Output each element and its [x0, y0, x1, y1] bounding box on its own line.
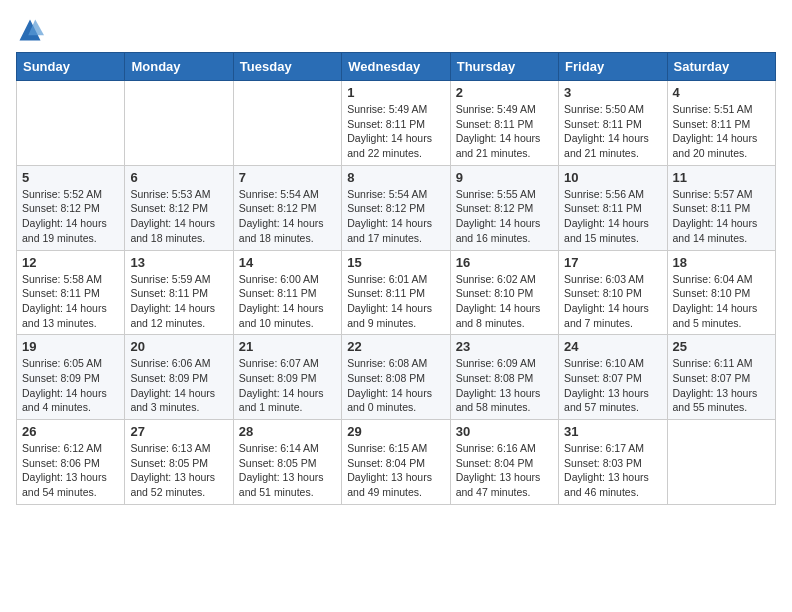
calendar-week-row: 1Sunrise: 5:49 AM Sunset: 8:11 PM Daylig…: [17, 81, 776, 166]
day-info: Sunrise: 6:01 AM Sunset: 8:11 PM Dayligh…: [347, 272, 444, 331]
day-number: 26: [22, 424, 119, 439]
calendar-cell: 25Sunrise: 6:11 AM Sunset: 8:07 PM Dayli…: [667, 335, 775, 420]
weekday-header: Thursday: [450, 53, 558, 81]
calendar-week-row: 19Sunrise: 6:05 AM Sunset: 8:09 PM Dayli…: [17, 335, 776, 420]
day-info: Sunrise: 6:05 AM Sunset: 8:09 PM Dayligh…: [22, 356, 119, 415]
calendar-cell: [125, 81, 233, 166]
day-number: 29: [347, 424, 444, 439]
calendar-cell: 11Sunrise: 5:57 AM Sunset: 8:11 PM Dayli…: [667, 165, 775, 250]
day-info: Sunrise: 6:17 AM Sunset: 8:03 PM Dayligh…: [564, 441, 661, 500]
day-info: Sunrise: 5:49 AM Sunset: 8:11 PM Dayligh…: [347, 102, 444, 161]
calendar-cell: 15Sunrise: 6:01 AM Sunset: 8:11 PM Dayli…: [342, 250, 450, 335]
calendar-cell: 28Sunrise: 6:14 AM Sunset: 8:05 PM Dayli…: [233, 420, 341, 505]
day-number: 31: [564, 424, 661, 439]
day-info: Sunrise: 5:50 AM Sunset: 8:11 PM Dayligh…: [564, 102, 661, 161]
day-info: Sunrise: 5:53 AM Sunset: 8:12 PM Dayligh…: [130, 187, 227, 246]
calendar-cell: 9Sunrise: 5:55 AM Sunset: 8:12 PM Daylig…: [450, 165, 558, 250]
day-number: 8: [347, 170, 444, 185]
logo: [16, 16, 48, 44]
day-number: 24: [564, 339, 661, 354]
calendar-cell: 5Sunrise: 5:52 AM Sunset: 8:12 PM Daylig…: [17, 165, 125, 250]
day-info: Sunrise: 5:52 AM Sunset: 8:12 PM Dayligh…: [22, 187, 119, 246]
day-number: 28: [239, 424, 336, 439]
calendar-cell: 23Sunrise: 6:09 AM Sunset: 8:08 PM Dayli…: [450, 335, 558, 420]
calendar-cell: 1Sunrise: 5:49 AM Sunset: 8:11 PM Daylig…: [342, 81, 450, 166]
calendar-cell: 31Sunrise: 6:17 AM Sunset: 8:03 PM Dayli…: [559, 420, 667, 505]
day-number: 9: [456, 170, 553, 185]
logo-icon: [16, 16, 44, 44]
day-number: 18: [673, 255, 770, 270]
day-info: Sunrise: 6:14 AM Sunset: 8:05 PM Dayligh…: [239, 441, 336, 500]
day-info: Sunrise: 5:57 AM Sunset: 8:11 PM Dayligh…: [673, 187, 770, 246]
calendar-cell: 19Sunrise: 6:05 AM Sunset: 8:09 PM Dayli…: [17, 335, 125, 420]
day-info: Sunrise: 5:59 AM Sunset: 8:11 PM Dayligh…: [130, 272, 227, 331]
calendar-cell: 17Sunrise: 6:03 AM Sunset: 8:10 PM Dayli…: [559, 250, 667, 335]
calendar-cell: 27Sunrise: 6:13 AM Sunset: 8:05 PM Dayli…: [125, 420, 233, 505]
day-info: Sunrise: 6:13 AM Sunset: 8:05 PM Dayligh…: [130, 441, 227, 500]
calendar-cell: 3Sunrise: 5:50 AM Sunset: 8:11 PM Daylig…: [559, 81, 667, 166]
day-number: 6: [130, 170, 227, 185]
calendar-cell: 2Sunrise: 5:49 AM Sunset: 8:11 PM Daylig…: [450, 81, 558, 166]
weekday-header: Monday: [125, 53, 233, 81]
calendar-cell: 24Sunrise: 6:10 AM Sunset: 8:07 PM Dayli…: [559, 335, 667, 420]
calendar-body: 1Sunrise: 5:49 AM Sunset: 8:11 PM Daylig…: [17, 81, 776, 505]
calendar-week-row: 5Sunrise: 5:52 AM Sunset: 8:12 PM Daylig…: [17, 165, 776, 250]
day-info: Sunrise: 6:16 AM Sunset: 8:04 PM Dayligh…: [456, 441, 553, 500]
calendar-week-row: 12Sunrise: 5:58 AM Sunset: 8:11 PM Dayli…: [17, 250, 776, 335]
day-info: Sunrise: 5:58 AM Sunset: 8:11 PM Dayligh…: [22, 272, 119, 331]
day-number: 21: [239, 339, 336, 354]
weekday-header: Tuesday: [233, 53, 341, 81]
calendar-cell: 10Sunrise: 5:56 AM Sunset: 8:11 PM Dayli…: [559, 165, 667, 250]
day-info: Sunrise: 6:10 AM Sunset: 8:07 PM Dayligh…: [564, 356, 661, 415]
day-number: 5: [22, 170, 119, 185]
day-info: Sunrise: 5:51 AM Sunset: 8:11 PM Dayligh…: [673, 102, 770, 161]
weekday-header: Sunday: [17, 53, 125, 81]
calendar-cell: 20Sunrise: 6:06 AM Sunset: 8:09 PM Dayli…: [125, 335, 233, 420]
calendar-cell: 8Sunrise: 5:54 AM Sunset: 8:12 PM Daylig…: [342, 165, 450, 250]
day-info: Sunrise: 6:11 AM Sunset: 8:07 PM Dayligh…: [673, 356, 770, 415]
calendar-cell: [233, 81, 341, 166]
calendar-week-row: 26Sunrise: 6:12 AM Sunset: 8:06 PM Dayli…: [17, 420, 776, 505]
day-number: 14: [239, 255, 336, 270]
day-number: 17: [564, 255, 661, 270]
day-info: Sunrise: 6:02 AM Sunset: 8:10 PM Dayligh…: [456, 272, 553, 331]
day-info: Sunrise: 6:09 AM Sunset: 8:08 PM Dayligh…: [456, 356, 553, 415]
page-header: [16, 16, 776, 44]
day-info: Sunrise: 6:08 AM Sunset: 8:08 PM Dayligh…: [347, 356, 444, 415]
day-number: 27: [130, 424, 227, 439]
calendar-cell: 18Sunrise: 6:04 AM Sunset: 8:10 PM Dayli…: [667, 250, 775, 335]
day-info: Sunrise: 6:12 AM Sunset: 8:06 PM Dayligh…: [22, 441, 119, 500]
day-number: 4: [673, 85, 770, 100]
weekday-header: Wednesday: [342, 53, 450, 81]
day-number: 2: [456, 85, 553, 100]
day-info: Sunrise: 5:54 AM Sunset: 8:12 PM Dayligh…: [239, 187, 336, 246]
calendar-cell: 4Sunrise: 5:51 AM Sunset: 8:11 PM Daylig…: [667, 81, 775, 166]
calendar-cell: [17, 81, 125, 166]
calendar-cell: 6Sunrise: 5:53 AM Sunset: 8:12 PM Daylig…: [125, 165, 233, 250]
day-info: Sunrise: 5:49 AM Sunset: 8:11 PM Dayligh…: [456, 102, 553, 161]
calendar-cell: [667, 420, 775, 505]
day-info: Sunrise: 5:54 AM Sunset: 8:12 PM Dayligh…: [347, 187, 444, 246]
day-number: 13: [130, 255, 227, 270]
weekday-header: Friday: [559, 53, 667, 81]
calendar-cell: 29Sunrise: 6:15 AM Sunset: 8:04 PM Dayli…: [342, 420, 450, 505]
day-info: Sunrise: 5:55 AM Sunset: 8:12 PM Dayligh…: [456, 187, 553, 246]
day-number: 3: [564, 85, 661, 100]
day-info: Sunrise: 6:07 AM Sunset: 8:09 PM Dayligh…: [239, 356, 336, 415]
day-number: 22: [347, 339, 444, 354]
calendar-cell: 14Sunrise: 6:00 AM Sunset: 8:11 PM Dayli…: [233, 250, 341, 335]
calendar-cell: 13Sunrise: 5:59 AM Sunset: 8:11 PM Dayli…: [125, 250, 233, 335]
day-info: Sunrise: 6:03 AM Sunset: 8:10 PM Dayligh…: [564, 272, 661, 331]
day-number: 20: [130, 339, 227, 354]
weekday-row: SundayMondayTuesdayWednesdayThursdayFrid…: [17, 53, 776, 81]
day-info: Sunrise: 6:06 AM Sunset: 8:09 PM Dayligh…: [130, 356, 227, 415]
day-number: 25: [673, 339, 770, 354]
day-number: 23: [456, 339, 553, 354]
calendar-cell: 21Sunrise: 6:07 AM Sunset: 8:09 PM Dayli…: [233, 335, 341, 420]
day-info: Sunrise: 6:15 AM Sunset: 8:04 PM Dayligh…: [347, 441, 444, 500]
day-info: Sunrise: 5:56 AM Sunset: 8:11 PM Dayligh…: [564, 187, 661, 246]
calendar-cell: 7Sunrise: 5:54 AM Sunset: 8:12 PM Daylig…: [233, 165, 341, 250]
day-number: 30: [456, 424, 553, 439]
calendar-header: SundayMondayTuesdayWednesdayThursdayFrid…: [17, 53, 776, 81]
day-number: 1: [347, 85, 444, 100]
